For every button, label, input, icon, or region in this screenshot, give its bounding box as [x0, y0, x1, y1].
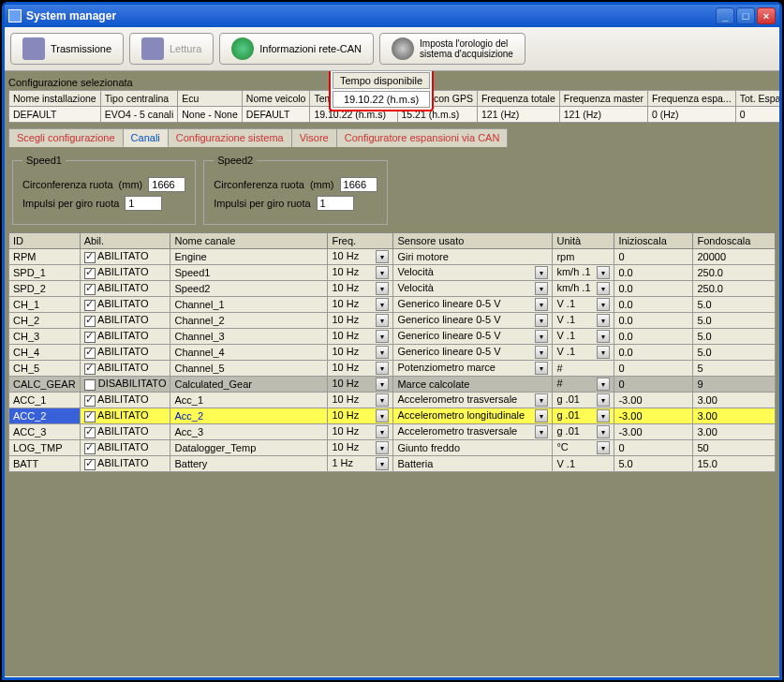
enable-checkbox[interactable] [84, 300, 96, 311]
transmit-button[interactable]: Trasmissione [10, 33, 124, 65]
cell-enable[interactable]: ABILITATO [80, 424, 170, 440]
cell-id[interactable]: SPD_1 [9, 265, 81, 281]
cell-high[interactable]: 5.0 [693, 297, 776, 313]
grid-header[interactable]: Sensore usato [393, 233, 553, 249]
table-row[interactable]: RPM ABILITATOEngine10 Hz▾Giri motorerpm0… [9, 249, 776, 265]
cell-freq[interactable]: 10 Hz▾ [328, 345, 393, 361]
dropdown-icon[interactable]: ▾ [535, 266, 548, 279]
dropdown-icon[interactable]: ▾ [535, 346, 548, 359]
cell-freq[interactable]: 10 Hz▾ [328, 297, 393, 313]
cell-low[interactable]: 0 [614, 249, 693, 265]
cell-freq[interactable]: 10 Hz▾ [328, 329, 393, 345]
cell-id[interactable]: ACC_3 [9, 424, 81, 440]
dropdown-icon[interactable]: ▾ [376, 298, 389, 311]
cell-sensor[interactable]: Potenziometro marce▾ [393, 361, 553, 377]
grid-header[interactable]: Inizioscala [614, 233, 693, 249]
dropdown-icon[interactable]: ▾ [597, 425, 610, 438]
cell-unit[interactable]: g .01▾ [553, 393, 614, 408]
cell-name[interactable]: Battery [170, 456, 328, 472]
tab-canali[interactable]: Canali [123, 128, 169, 147]
tab-configuratore-espansioni-via-can[interactable]: Configuratore espansioni via CAN [336, 128, 509, 147]
dropdown-icon[interactable]: ▾ [597, 266, 610, 279]
dropdown-icon[interactable]: ▾ [535, 409, 548, 423]
cell-freq[interactable]: 10 Hz▾ [328, 249, 393, 265]
cell-sensor[interactable]: Generico lineare 0-5 V▾ [393, 313, 553, 329]
cell-name[interactable]: Channel_1 [170, 297, 328, 313]
set-clock-button[interactable]: Imposta l'orologio del sistema d'acquisi… [379, 33, 525, 65]
cell-name[interactable]: Speed2 [170, 281, 328, 297]
dropdown-icon[interactable]: ▾ [376, 457, 389, 470]
cell-name[interactable]: Channel_5 [170, 361, 328, 377]
table-row[interactable]: ACC_1 ABILITATOAcc_110 Hz▾Accelerometro … [9, 393, 776, 408]
cell-freq[interactable]: 10 Hz▾ [328, 424, 393, 440]
cell-low[interactable]: -3.00 [614, 408, 693, 424]
dropdown-icon[interactable]: ▾ [535, 298, 548, 311]
cell-freq[interactable]: 10 Hz▾ [328, 408, 393, 424]
cell-freq[interactable]: 10 Hz▾ [328, 281, 393, 297]
cell-high[interactable]: 50 [693, 440, 776, 456]
grid-header[interactable]: Unità [553, 233, 614, 249]
speed1-circ-input[interactable] [148, 177, 185, 192]
cell-unit[interactable]: g .01▾ [553, 408, 614, 424]
tab-visore[interactable]: Visore [291, 128, 337, 147]
cell-high[interactable]: 5.0 [693, 313, 776, 329]
cell-freq[interactable]: 1 Hz▾ [328, 456, 393, 472]
dropdown-icon[interactable]: ▾ [376, 425, 389, 438]
cell-name[interactable]: Acc_1 [170, 393, 328, 408]
dropdown-icon[interactable]: ▾ [535, 330, 548, 343]
cell-id[interactable]: CH_2 [9, 313, 81, 329]
cell-sensor[interactable]: Giri motore [393, 249, 553, 265]
grid-header[interactable]: Abil. [80, 233, 170, 249]
cell-id[interactable]: CALC_GEAR [9, 377, 81, 393]
dropdown-icon[interactable]: ▾ [376, 250, 389, 263]
close-button[interactable]: × [757, 7, 776, 24]
enable-checkbox[interactable] [84, 284, 96, 295]
tab-scegli-configurazione[interactable]: Scegli configurazione [8, 128, 124, 147]
cell-high[interactable]: 3.00 [693, 424, 776, 440]
titlebar[interactable]: System manager _ □ × [5, 5, 779, 27]
cell-high[interactable]: 5.0 [693, 345, 776, 361]
cell-high[interactable]: 5 [693, 361, 776, 377]
cell-id[interactable]: LOG_TMP [9, 440, 81, 456]
dropdown-icon[interactable]: ▾ [597, 314, 610, 327]
dropdown-icon[interactable]: ▾ [535, 425, 548, 438]
cell-enable[interactable]: DISABILITATO [80, 377, 170, 393]
table-row[interactable]: ACC_3 ABILITATOAcc_310 Hz▾Accelerometro … [9, 424, 776, 440]
enable-checkbox[interactable] [84, 411, 96, 423]
cell-high[interactable]: 3.00 [693, 408, 776, 424]
cell-low[interactable]: 0.0 [614, 329, 693, 345]
cell-sensor[interactable]: Generico lineare 0-5 V▾ [393, 345, 553, 361]
tab-configurazione-sistema[interactable]: Configurazione sistema [168, 128, 292, 147]
cell-low[interactable]: -3.00 [614, 393, 693, 408]
maximize-button[interactable]: □ [736, 7, 755, 24]
cell-enable[interactable]: ABILITATO [80, 297, 170, 313]
dropdown-icon[interactable]: ▾ [597, 282, 610, 295]
cell-unit[interactable]: V .1▾ [553, 329, 614, 345]
cell-high[interactable]: 15.0 [693, 456, 776, 472]
enable-checkbox[interactable] [84, 332, 96, 343]
cell-unit[interactable]: g .01▾ [553, 424, 614, 440]
cell-low[interactable]: 5.0 [614, 456, 693, 472]
cell-enable[interactable]: ABILITATO [80, 281, 170, 297]
grid-header[interactable]: Freq. [328, 233, 393, 249]
cell-sensor[interactable]: Generico lineare 0-5 V▾ [393, 329, 553, 345]
cell-sensor[interactable]: Giunto freddo [393, 440, 553, 456]
cell-name[interactable]: Channel_3 [170, 329, 328, 345]
can-info-button[interactable]: Informazioni rete-CAN [219, 33, 374, 65]
grid-header[interactable]: Nome canale [170, 233, 328, 249]
enable-checkbox[interactable] [84, 427, 96, 438]
cell-enable[interactable]: ABILITATO [80, 313, 170, 329]
enable-checkbox[interactable] [84, 443, 96, 454]
cell-id[interactable]: ACC_2 [9, 408, 81, 424]
cell-enable[interactable]: ABILITATO [80, 440, 170, 456]
grid-header[interactable]: ID [9, 233, 81, 249]
cell-low[interactable]: -3.00 [614, 424, 693, 440]
cell-unit[interactable]: V .1▾ [553, 297, 614, 313]
cell-high[interactable]: 250.0 [693, 281, 776, 297]
cell-id[interactable]: CH_4 [9, 345, 81, 361]
enable-checkbox[interactable] [84, 395, 96, 407]
dropdown-icon[interactable]: ▾ [376, 393, 389, 407]
cell-id[interactable]: BATT [9, 456, 81, 472]
cell-id[interactable]: RPM [9, 249, 81, 265]
table-row[interactable]: ACC_2 ABILITATOAcc_210 Hz▾Accelerometro … [9, 408, 776, 424]
